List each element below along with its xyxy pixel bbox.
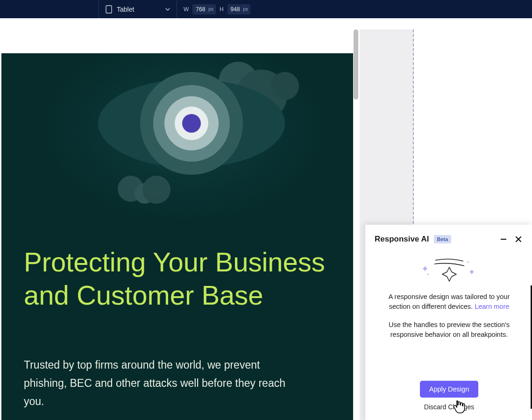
hero-section: Protecting Your Business and Customer Ba…	[1, 53, 353, 420]
svg-point-15	[467, 261, 468, 263]
top-toolbar: Tablet W px H px	[0, 0, 532, 18]
ai-sparkle-illustration	[421, 256, 477, 284]
discard-changes-button[interactable]: Discard Changes	[375, 403, 524, 411]
width-input[interactable]	[192, 6, 208, 13]
ai-panel-body: A responsive design was tailored to your…	[375, 292, 524, 348]
chevron-down-icon	[165, 7, 170, 12]
device-selector[interactable]: Tablet	[99, 0, 177, 18]
ai-message-2: Use the handles to preview the section's…	[377, 320, 521, 340]
width-label: W	[184, 6, 189, 13]
height-input[interactable]	[227, 6, 243, 13]
learn-more-link[interactable]: Learn more	[475, 303, 509, 310]
svg-point-14	[427, 273, 428, 275]
height-box: px	[227, 4, 251, 14]
canvas-area: Protecting Your Business and Customer Ba…	[0, 18, 532, 420]
tablet-icon	[106, 5, 112, 14]
minimize-button[interactable]	[498, 234, 509, 244]
beta-badge: Beta	[434, 235, 452, 243]
apply-design-button[interactable]: Apply Design	[420, 381, 478, 398]
hero-subtext: Trusted by top firms around the world, w…	[24, 356, 285, 411]
hero-headline: Protecting Your Business and Customer Ba…	[24, 246, 353, 312]
svg-point-3	[271, 72, 299, 100]
eye-illustration	[37, 53, 318, 207]
width-box: px	[192, 4, 216, 14]
svg-rect-13	[501, 239, 506, 240]
height-label: H	[220, 6, 224, 13]
preview-scrollbar[interactable]	[354, 29, 358, 100]
width-unit: px	[208, 7, 216, 12]
ai-panel-header: Responsive AI Beta	[375, 234, 524, 244]
toolbar-left-spacer	[0, 0, 99, 18]
responsive-ai-panel: Responsive AI Beta A respon	[365, 225, 532, 420]
svg-rect-0	[106, 6, 112, 13]
preview-frame[interactable]: Protecting Your Business and Customer Ba…	[1, 29, 353, 420]
close-button[interactable]	[513, 234, 524, 244]
dimension-controls: W px H px	[177, 4, 257, 14]
device-label: Tablet	[117, 6, 161, 13]
ai-panel-title: Responsive AI	[375, 235, 429, 244]
ai-panel-actions: Apply Design Discard Changes	[375, 381, 524, 413]
height-unit: px	[243, 7, 251, 12]
svg-point-12	[142, 176, 170, 204]
svg-point-9	[182, 114, 201, 133]
